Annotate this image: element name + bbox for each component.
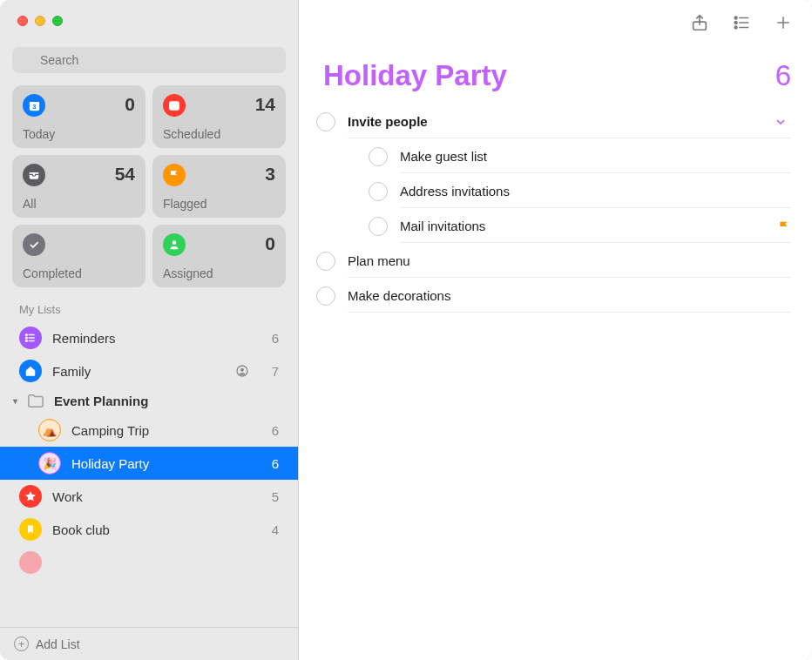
task-list: Invite people Make guest list Address in… [299,104,812,313]
task-row[interactable]: Make decorations [316,279,791,313]
smart-count: 0 [125,94,135,115]
list-emoji-icon: ⛺ [38,419,61,441]
svg-rect-7 [170,102,179,104]
person-icon [163,233,186,256]
new-reminder-button[interactable] [774,13,793,32]
sidebar: 3 0 Today 14 Scheduled [0,0,299,660]
tray-icon [23,164,45,186]
task-complete-toggle[interactable] [316,112,335,131]
fullscreen-window-button[interactable] [52,16,63,26]
smart-count: 14 [255,94,275,115]
task-text[interactable]: Make decorations [348,279,791,313]
share-button[interactable] [690,13,709,32]
star-icon [19,485,42,508]
svg-point-13 [25,337,27,339]
smart-label: Flagged [163,197,275,211]
smart-list-completed[interactable]: Completed [12,225,145,287]
sidebar-item-family[interactable]: Family 7 [0,354,298,387]
task-complete-toggle[interactable] [369,147,388,166]
sidebar-item-book-club[interactable]: Book club 4 [0,513,298,546]
smart-label: Today [23,127,135,141]
list-name-label: Book club [52,522,258,537]
task-row[interactable]: Mail invitations [316,209,791,244]
list-count: 7 [258,364,279,379]
smart-label: Assigned [163,266,275,280]
list-count: 5 [258,489,279,504]
smart-list-flagged[interactable]: 3 Flagged [152,155,286,218]
window-controls [0,0,298,42]
smart-label: Scheduled [163,127,275,141]
flag-icon [770,219,791,233]
shared-indicator-icon [235,364,249,378]
task-text[interactable]: Mail invitations [400,210,791,243]
calendar-today-icon: 3 [23,94,45,117]
svg-point-16 [240,368,244,372]
smart-count: 3 [265,164,275,185]
list-name-label: Camping Trip [71,423,258,438]
svg-point-12 [25,334,27,336]
list-name-label: Family [52,364,235,379]
smart-list-today[interactable]: 3 0 Today [12,85,145,148]
task-row[interactable]: Plan menu [316,244,791,279]
sidebar-item-reminders[interactable]: Reminders 6 [0,321,298,354]
sidebar-item-camping-trip[interactable]: ⛺ Camping Trip 6 [0,414,298,447]
calendar-icon [163,94,186,117]
list-count: 6 [258,331,279,346]
task-row[interactable]: Invite people [316,104,791,139]
smart-list-scheduled[interactable]: 14 Scheduled [152,85,286,148]
main-panel: Holiday Party 6 Invite people Make guest… [299,0,812,660]
sidebar-section-header: My Lists [0,287,298,321]
task-text[interactable]: Address invitations [400,175,791,208]
svg-point-8 [173,240,177,245]
sidebar-item-partial[interactable] [0,546,298,579]
smart-label: Completed [23,266,135,280]
smart-lists-grid: 3 0 Today 14 Scheduled [0,85,298,287]
add-list-button[interactable]: + Add List [0,627,298,660]
toolbar [299,0,812,45]
sidebar-list-scroll[interactable]: My Lists Reminders 6 Family 7 ▾ [0,287,298,627]
svg-point-20 [734,22,737,24]
list-count: 6 [258,423,279,438]
smart-list-all[interactable]: 54 All [12,155,145,218]
svg-point-14 [25,340,27,342]
view-options-button[interactable] [732,13,751,32]
svg-point-18 [734,17,737,19]
sidebar-group-event-planning[interactable]: ▾ Event Planning [0,387,298,414]
flag-icon [163,164,186,186]
svg-text:3: 3 [32,104,36,110]
task-text[interactable]: Invite people [348,105,791,138]
close-window-button[interactable] [17,16,28,26]
task-complete-toggle[interactable] [369,217,388,236]
bookmark-icon [19,518,42,541]
plus-circle-icon: + [14,636,29,651]
smart-label: All [23,197,135,211]
smart-count: 54 [115,164,135,185]
chevron-down-icon[interactable] [774,115,788,129]
task-text[interactable]: Plan menu [348,245,791,278]
list-count: 4 [258,522,279,537]
task-row[interactable]: Make guest list [316,139,791,174]
sidebar-item-holiday-party[interactable]: 🎉 Holiday Party 6 [0,447,298,480]
add-list-label: Add List [36,637,80,651]
list-count: 6 [258,456,279,471]
task-row[interactable]: Address invitations [316,174,791,209]
task-complete-toggle[interactable] [316,252,335,271]
list-total-count: 6 [775,59,791,92]
list-title: Holiday Party [323,59,507,92]
house-icon [19,360,42,382]
task-complete-toggle[interactable] [316,286,335,306]
smart-list-assigned[interactable]: 0 Assigned [152,225,286,287]
task-complete-toggle[interactable] [369,182,388,201]
group-name-label: Event Planning [54,394,148,408]
list-name-label: Holiday Party [71,456,258,471]
folder-icon [26,393,45,408]
smart-count: 0 [265,233,275,254]
task-text[interactable]: Make guest list [400,140,791,173]
search-input[interactable] [12,47,286,73]
task-text-label: Mail invitations [400,219,485,233]
svg-point-22 [734,26,737,29]
list-emoji-icon: 🎉 [38,452,61,475]
minimize-window-button[interactable] [35,16,45,26]
list-bullet-icon [19,327,42,349]
sidebar-item-work[interactable]: Work 5 [0,480,298,513]
